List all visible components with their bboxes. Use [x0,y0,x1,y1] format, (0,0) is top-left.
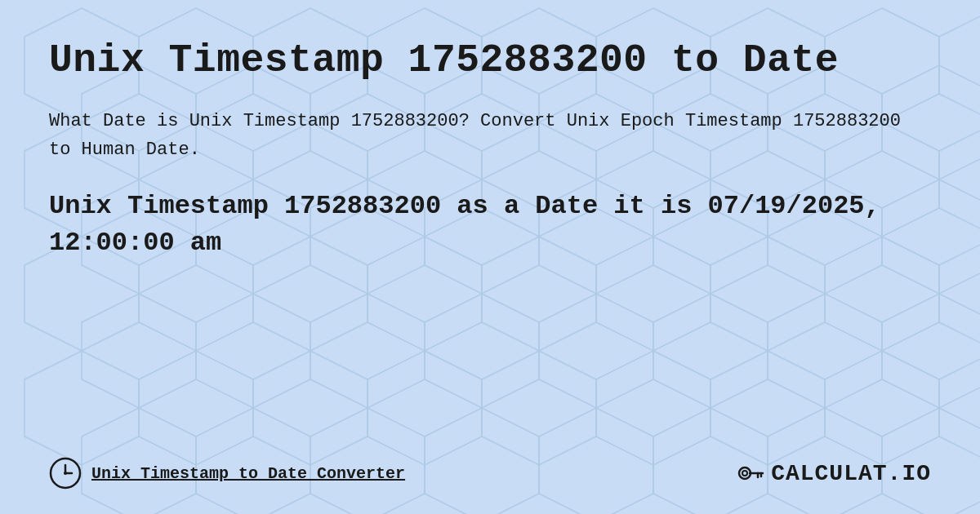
logo-text: CALCULAT.IO [771,461,931,486]
footer-link-text[interactable]: Unix Timestamp to Date Converter [91,464,405,483]
footer-left[interactable]: Unix Timestamp to Date Converter [49,457,405,490]
result-text: Unix Timestamp 1752883200 as a Date it i… [49,188,931,262]
main-section: Unix Timestamp 1752883200 to Date What D… [49,39,931,262]
logo-icon [735,459,764,488]
result-section: Unix Timestamp 1752883200 as a Date it i… [49,188,931,262]
logo-area: CALCULAT.IO [735,459,931,488]
clock-icon [49,457,82,490]
svg-point-77 [64,472,67,475]
footer: Unix Timestamp to Date Converter CALCULA… [49,441,931,490]
page-title: Unix Timestamp 1752883200 to Date [49,39,931,82]
page-description: What Date is Unix Timestamp 1752883200? … [49,107,931,164]
svg-point-79 [742,471,747,476]
